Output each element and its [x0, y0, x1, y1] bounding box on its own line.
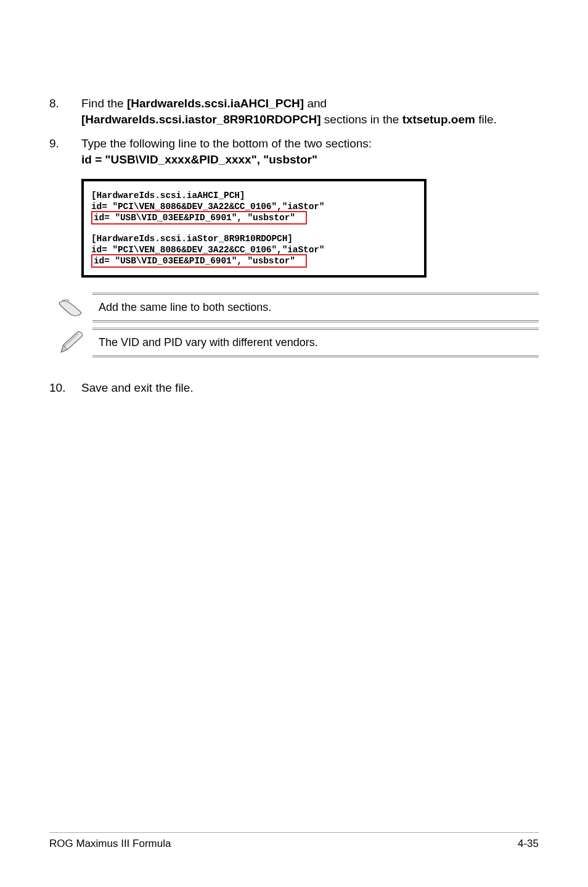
note-icon-1 — [49, 292, 92, 323]
step-10: 10. Save and exit the file. — [49, 380, 539, 396]
step-8-text-post1: sections in the — [321, 113, 402, 126]
step-9-body: Type the following line to the bottom of… — [81, 136, 539, 167]
page-footer: ROG Maximus III Formula 4-35 — [49, 832, 539, 850]
code-line-1: [HardwareIds.scsi.iaAHCI_PCH] — [91, 190, 418, 201]
footer-left: ROG Maximus III Formula — [49, 838, 171, 850]
step-8-bold-2: [HardwareIds.scsi.iastor_8R9R10RDOPCH] — [81, 113, 321, 126]
note-2-text: The VID and PID vary with different vend… — [92, 329, 539, 356]
note-1: Add the same line to both sections. — [49, 292, 539, 323]
code-line-6-highlighted: id= "USB\VID_03EE&PID_6901", "usbstor" — [91, 254, 307, 268]
note-2: The VID and PID vary with different vend… — [49, 328, 539, 358]
code-line-4: [HardwareIds.scsi.iaStor_8R9R10RDOPCH] — [91, 233, 418, 244]
step-8: 8. Find the [HardwareIds.scsi.iaAHCI_PCH… — [49, 96, 539, 127]
step-8-text-mid: and — [304, 97, 327, 110]
code-line-3-highlighted: id= "USB\VID_03EE&PID_6901", "usbstor" — [91, 211, 307, 225]
code-example-box: [HardwareIds.scsi.iaAHCI_PCH] id= "PCI\V… — [81, 179, 427, 278]
step-8-bold-1: [HardwareIds.scsi.iaAHCI_PCH] — [127, 97, 304, 110]
pencil-icon — [49, 328, 92, 358]
step-9-number: 9. — [49, 136, 81, 167]
step-9-line2: id = "USB\VID_xxxx&PID_xxxx", "usbstor" — [81, 153, 317, 166]
step-8-text-post2: file. — [475, 113, 497, 126]
step-8-text-pre: Find the — [81, 97, 127, 110]
footer-right: 4-35 — [518, 838, 539, 850]
step-8-body: Find the [HardwareIds.scsi.iaAHCI_PCH] a… — [81, 96, 539, 127]
step-10-body: Save and exit the file. — [81, 380, 539, 396]
step-8-bold-3: txtsetup.oem — [402, 113, 475, 126]
step-10-number: 10. — [49, 380, 81, 396]
step-8-number: 8. — [49, 96, 81, 127]
step-9: 9. Type the following line to the bottom… — [49, 136, 539, 167]
note-1-text: Add the same line to both sections. — [92, 294, 539, 321]
step-9-line1: Type the following line to the bottom of… — [81, 137, 372, 150]
